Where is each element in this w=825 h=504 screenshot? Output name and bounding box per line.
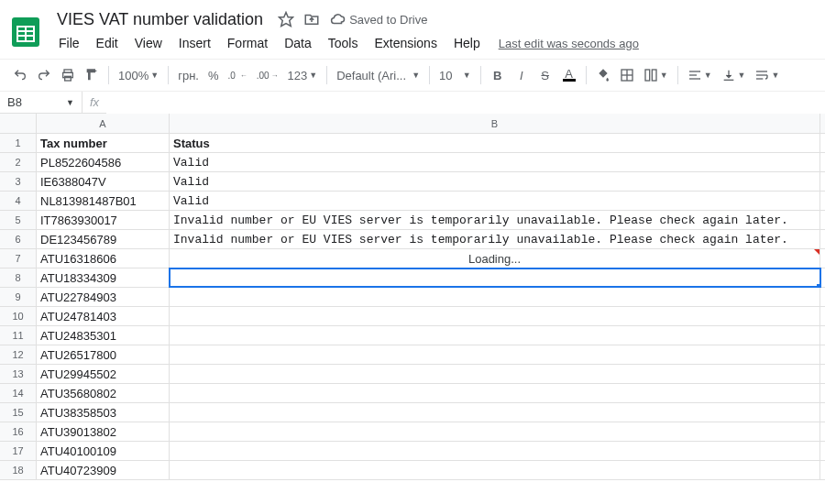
borders-button[interactable] bbox=[616, 64, 638, 86]
print-button[interactable] bbox=[57, 64, 79, 86]
cell[interactable] bbox=[170, 403, 820, 422]
cell[interactable]: ATU38358503 bbox=[37, 403, 170, 422]
row-header[interactable]: 6 bbox=[0, 230, 37, 248]
fill-color-button[interactable] bbox=[592, 64, 614, 86]
menu-view[interactable]: View bbox=[127, 32, 170, 54]
fx-icon: fx bbox=[82, 95, 106, 109]
menu-extensions[interactable]: Extensions bbox=[367, 32, 444, 54]
h-align-button[interactable]: ▼ bbox=[684, 68, 716, 82]
cell[interactable] bbox=[170, 326, 820, 345]
paint-format-button[interactable] bbox=[81, 64, 103, 86]
cell[interactable] bbox=[170, 307, 820, 325]
menu-help[interactable]: Help bbox=[446, 32, 488, 54]
menu-data[interactable]: Data bbox=[277, 32, 319, 54]
col-header-b[interactable]: B bbox=[170, 114, 820, 133]
row-header[interactable]: 4 bbox=[0, 192, 37, 210]
row-header[interactable]: 12 bbox=[0, 345, 37, 364]
cell[interactable]: PL8522604586 bbox=[37, 153, 170, 171]
note-indicator-icon bbox=[814, 249, 820, 255]
cell[interactable]: Tax number bbox=[37, 134, 170, 152]
cell[interactable]: Loading... bbox=[170, 249, 820, 268]
percent-button[interactable]: % bbox=[204, 69, 223, 82]
cell[interactable]: NL813981487B01 bbox=[37, 192, 170, 210]
cell[interactable] bbox=[170, 442, 820, 460]
cell[interactable]: ATU39013802 bbox=[37, 422, 170, 441]
cell[interactable]: ATU29945502 bbox=[37, 365, 170, 383]
star-icon[interactable] bbox=[278, 11, 294, 27]
select-all-corner[interactable] bbox=[0, 114, 37, 133]
cell[interactable]: ATU22784903 bbox=[37, 288, 170, 306]
row-header[interactable]: 16 bbox=[0, 422, 37, 441]
row-header[interactable]: 14 bbox=[0, 384, 37, 402]
font-size-dropdown[interactable]: 10 ▼ bbox=[435, 69, 475, 82]
row-header[interactable]: 18 bbox=[0, 461, 37, 479]
cell[interactable]: Valid bbox=[170, 172, 820, 191]
strikethrough-button[interactable]: S bbox=[534, 64, 556, 86]
toolbar: 100% ▼ грн. % .0 ← .00→ 123▼ Default (Ar… bbox=[0, 59, 825, 92]
cell[interactable]: ATU18334309 bbox=[37, 268, 170, 287]
number-format-dropdown[interactable]: 123▼ bbox=[284, 69, 322, 82]
italic-button[interactable]: I bbox=[511, 64, 533, 86]
row-header[interactable]: 1 bbox=[0, 134, 37, 152]
formula-input[interactable] bbox=[106, 92, 825, 114]
cell[interactable]: IT7863930017 bbox=[37, 211, 170, 229]
cell[interactable]: Valid bbox=[170, 192, 820, 210]
cell[interactable] bbox=[170, 288, 820, 306]
cell[interactable]: DE123456789 bbox=[37, 230, 170, 248]
sheets-logo[interactable] bbox=[7, 14, 44, 50]
currency-button[interactable]: грн. bbox=[174, 69, 203, 82]
cell[interactable]: ATU40100109 bbox=[37, 442, 170, 460]
menu-file[interactable]: File bbox=[51, 32, 87, 54]
cell[interactable] bbox=[170, 461, 820, 479]
menu-insert[interactable]: Insert bbox=[171, 32, 218, 54]
row-header[interactable]: 8 bbox=[0, 268, 37, 287]
wrap-button[interactable]: ▼ bbox=[751, 68, 783, 82]
row-header[interactable]: 9 bbox=[0, 288, 37, 306]
bold-button[interactable]: B bbox=[487, 64, 509, 86]
row-header[interactable]: 17 bbox=[0, 442, 37, 460]
zoom-dropdown[interactable]: 100% ▼ bbox=[115, 69, 162, 82]
row-header[interactable]: 11 bbox=[0, 326, 37, 345]
cell[interactable]: Invalid number or EU VIES server is temp… bbox=[170, 211, 820, 229]
cell[interactable]: Valid bbox=[170, 153, 820, 171]
increase-decimal-button[interactable]: .00→ bbox=[253, 71, 282, 81]
cell[interactable]: Status bbox=[170, 134, 820, 152]
cell[interactable]: ATU26517800 bbox=[37, 345, 170, 364]
row-header[interactable]: 2 bbox=[0, 153, 37, 171]
move-icon[interactable] bbox=[303, 11, 320, 27]
cell[interactable]: ATU40723909 bbox=[37, 461, 170, 479]
row-header[interactable]: 7 bbox=[0, 249, 37, 268]
col-header-a[interactable]: A bbox=[37, 114, 170, 133]
undo-button[interactable] bbox=[9, 64, 31, 86]
row-header[interactable]: 15 bbox=[0, 403, 37, 422]
last-edit-link[interactable]: Last edit was seconds ago bbox=[499, 37, 639, 50]
merge-button[interactable]: ▼ bbox=[640, 68, 672, 82]
cell[interactable]: IE6388047V bbox=[37, 172, 170, 191]
saved-to-drive[interactable]: Saved to Drive bbox=[329, 11, 427, 27]
doc-title[interactable]: VIES VAT number validation bbox=[51, 8, 269, 31]
formula-bar: B8▼ fx bbox=[0, 92, 825, 114]
cell[interactable]: ATU16318606 bbox=[37, 249, 170, 268]
menu-tools[interactable]: Tools bbox=[321, 32, 366, 54]
menu-edit[interactable]: Edit bbox=[89, 32, 126, 54]
cell[interactable]: ATU24781403 bbox=[37, 307, 170, 325]
decrease-decimal-button[interactable]: .0 ← bbox=[225, 71, 251, 81]
font-dropdown[interactable]: Default (Ari... ▼ bbox=[333, 69, 424, 82]
row-header[interactable]: 10 bbox=[0, 307, 37, 325]
row-header[interactable]: 13 bbox=[0, 365, 37, 383]
cell[interactable] bbox=[170, 345, 820, 364]
cell[interactable]: ATU24835301 bbox=[37, 326, 170, 345]
row-header[interactable]: 5 bbox=[0, 211, 37, 229]
cell[interactable]: Invalid number or EU VIES server is temp… bbox=[170, 230, 820, 248]
cell[interactable]: ATU35680802 bbox=[37, 384, 170, 402]
cell[interactable] bbox=[170, 268, 820, 287]
cell[interactable] bbox=[170, 422, 820, 441]
v-align-button[interactable]: ▼ bbox=[718, 68, 750, 82]
cell[interactable] bbox=[170, 365, 820, 383]
cell[interactable] bbox=[170, 384, 820, 402]
name-box[interactable]: B8▼ bbox=[0, 92, 82, 114]
menu-format[interactable]: Format bbox=[220, 32, 275, 54]
text-color-button[interactable]: A bbox=[558, 64, 580, 86]
row-header[interactable]: 3 bbox=[0, 172, 37, 191]
redo-button[interactable] bbox=[33, 64, 55, 86]
